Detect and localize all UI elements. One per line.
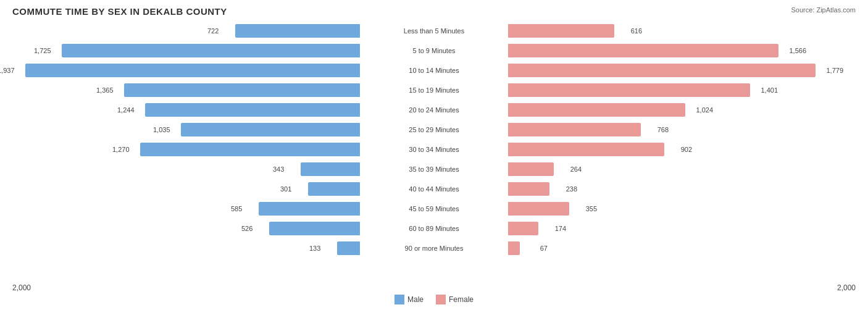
- chart-row: 526 60 to 89 Minutes 174: [12, 219, 856, 238]
- bar-male: 343: [301, 162, 360, 176]
- x-label-right: 2,000: [837, 283, 856, 292]
- male-value: 133: [309, 245, 320, 252]
- bar-male: 1,244: [145, 103, 360, 117]
- row-label: Less than 5 Minutes: [404, 27, 464, 35]
- legend-female-box: [436, 295, 446, 304]
- bar-male: 585: [259, 202, 360, 216]
- male-value: 1,244: [117, 106, 135, 114]
- bar-female: 768: [508, 123, 641, 136]
- male-value: 343: [273, 166, 284, 173]
- x-axis: 2,000 2,000: [12, 281, 856, 292]
- row-label: 40 to 44 Minutes: [409, 185, 459, 193]
- chart-area: 722 Less than 5 Minutes 616 1,725 5 to 9…: [12, 22, 856, 281]
- bar-male: 1,035: [181, 123, 360, 136]
- chart-row: 301 40 to 44 Minutes 238: [12, 180, 856, 198]
- right-side: 355: [434, 199, 856, 218]
- male-value: 1,035: [153, 126, 170, 133]
- left-side: 1,244: [12, 101, 434, 119]
- chart-title: COMMUTE TIME BY SEX IN DEKALB COUNTY: [12, 6, 856, 17]
- row-label: 5 to 9 Minutes: [412, 47, 455, 54]
- chart-row: 585 45 to 59 Minutes 355: [12, 199, 856, 218]
- chart-row: 1,244 20 to 24 Minutes 1,024: [12, 101, 856, 119]
- chart-row: 1,937 10 to 14 Minutes 1,779: [12, 61, 856, 80]
- bar-male: 301: [308, 182, 360, 196]
- bar-female: 1,401: [508, 83, 750, 97]
- legend-male-box: [394, 295, 404, 304]
- left-side: 526: [12, 219, 434, 238]
- chart-row: 1,035 25 to 29 Minutes 768: [12, 120, 856, 139]
- right-side: 768: [434, 120, 856, 139]
- bar-female: 238: [508, 182, 549, 196]
- male-value: 526: [241, 225, 252, 232]
- left-side: 1,365: [12, 81, 434, 99]
- right-side: 1,779: [434, 61, 856, 80]
- bar-male: 722: [235, 24, 360, 38]
- female-value: 1,401: [761, 86, 778, 94]
- legend-female-label: Female: [449, 295, 474, 304]
- row-label: 30 to 34 Minutes: [409, 146, 459, 153]
- row-label: 45 to 59 Minutes: [409, 205, 459, 212]
- male-value: 1,725: [34, 47, 51, 54]
- bar-male: 1,365: [124, 83, 360, 97]
- left-side: 1,035: [12, 120, 434, 139]
- left-side: 585: [12, 199, 434, 218]
- female-value: 768: [657, 126, 669, 133]
- male-value: 1,270: [112, 146, 130, 153]
- right-side: 616: [434, 22, 856, 40]
- female-value: 238: [566, 185, 577, 193]
- source-text: Source: ZipAtlas.com: [791, 6, 856, 14]
- female-value: 355: [586, 205, 597, 212]
- legend: Male Female: [12, 295, 856, 304]
- row-label: 10 to 14 Minutes: [409, 67, 459, 74]
- right-side: 1,566: [434, 41, 856, 60]
- row-label: 15 to 19 Minutes: [409, 86, 459, 94]
- right-side: 902: [434, 140, 856, 159]
- row-label: 90 or more Minutes: [405, 245, 464, 252]
- right-side: 67: [434, 239, 856, 258]
- x-label-left: 2,000: [12, 283, 31, 292]
- female-value: 1,024: [696, 106, 713, 114]
- female-value: 902: [681, 146, 692, 153]
- chart-row: 133 90 or more Minutes 67: [12, 239, 856, 258]
- left-side: 343: [12, 160, 434, 178]
- left-side: 301: [12, 180, 434, 198]
- right-side: 238: [434, 180, 856, 198]
- bar-male: 1,725: [62, 44, 360, 57]
- female-value: 1,779: [826, 67, 843, 74]
- bar-male: 526: [269, 222, 360, 235]
- female-value: 264: [570, 166, 582, 173]
- chart-row: 1,365 15 to 19 Minutes 1,401: [12, 81, 856, 99]
- bar-female: 1,566: [508, 44, 778, 57]
- chart-row: 1,270 30 to 34 Minutes 902: [12, 140, 856, 159]
- right-side: 1,024: [434, 101, 856, 119]
- bar-female: 616: [508, 24, 614, 38]
- female-value: 67: [540, 245, 548, 252]
- bar-female: 174: [508, 222, 538, 235]
- female-value: 174: [555, 225, 566, 232]
- bar-male: 1,937: [25, 64, 360, 77]
- legend-male: Male: [394, 295, 424, 304]
- male-value: 722: [207, 27, 219, 35]
- legend-female: Female: [436, 295, 474, 304]
- chart-row: 343 35 to 39 Minutes 264: [12, 160, 856, 178]
- right-side: 1,401: [434, 81, 856, 99]
- left-side: 133: [12, 239, 434, 258]
- bar-female: 355: [508, 202, 569, 216]
- left-side: 1,270: [12, 140, 434, 159]
- chart-row: 1,725 5 to 9 Minutes 1,566: [12, 41, 856, 60]
- bar-female: 1,779: [508, 64, 816, 77]
- row-label: 35 to 39 Minutes: [409, 166, 459, 173]
- left-side: 1,725: [12, 41, 434, 60]
- row-label: 60 to 89 Minutes: [409, 225, 459, 232]
- male-value: 585: [231, 205, 242, 212]
- male-value: 1,365: [96, 86, 114, 94]
- left-side: 722: [12, 22, 434, 40]
- bar-male: 1,270: [140, 143, 360, 156]
- male-value: 1,937: [0, 67, 15, 74]
- male-value: 301: [280, 185, 291, 193]
- bar-female: 902: [508, 143, 664, 156]
- chart-container: COMMUTE TIME BY SEX IN DEKALB COUNTY Sou…: [0, 0, 868, 323]
- female-value: 1,566: [789, 47, 806, 54]
- bar-female: 264: [508, 162, 554, 176]
- right-side: 264: [434, 160, 856, 178]
